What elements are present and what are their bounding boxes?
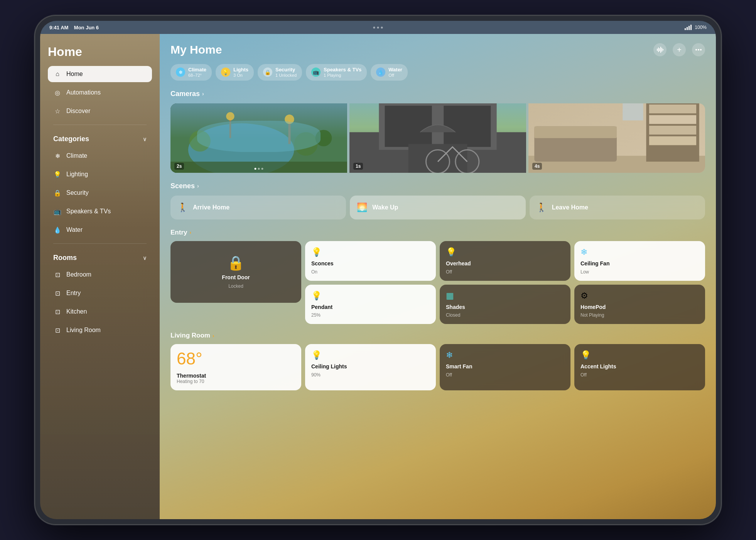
living-room-section-header[interactable]: Living Room › — [170, 332, 705, 339]
speakers-chip[interactable]: 📺 Speakers & TVs 1 Playing — [306, 64, 367, 81]
svg-rect-1 — [658, 47, 659, 52]
ceiling-fan-icon: ❄ — [580, 247, 699, 257]
camera-grid: 2s — [170, 103, 705, 173]
sidebar-item-bedroom[interactable]: ⊡ Bedroom — [48, 267, 152, 283]
scene-leave-home[interactable]: 🚶 Leave Home — [530, 196, 705, 219]
waveform-button[interactable] — [653, 43, 667, 56]
camera2-visual — [349, 103, 526, 173]
sidebar-item-living-room-label: Living Room — [66, 327, 101, 334]
sidebar-item-discover[interactable]: ☆ Discover — [48, 103, 152, 119]
status-bar-time: 9:41 AM Mon Jun 6 — [49, 25, 99, 30]
svg-point-18 — [226, 112, 234, 120]
sidebar-divider-2 — [53, 243, 147, 244]
shades-name: Shades — [446, 304, 564, 310]
svg-rect-23 — [444, 106, 491, 147]
sidebar-item-entry[interactable]: ⊡ Entry — [48, 285, 152, 301]
main-panel-title: My Home — [170, 43, 222, 56]
sconces-card[interactable]: 💡 Sconces On — [305, 241, 436, 281]
overhead-name: Overhead — [446, 260, 564, 267]
camera-cell-1[interactable]: 2s — [170, 103, 347, 173]
lights-chip-icon: 💡 — [221, 68, 230, 77]
smart-fan-card[interactable]: ❄ Smart Fan Off — [440, 344, 570, 390]
climate-chip-icon: ❄ — [176, 68, 185, 77]
water-chip[interactable]: 💧 Water Off — [371, 64, 408, 81]
svg-rect-22 — [385, 106, 432, 147]
rooms-chevron: ∨ — [143, 255, 147, 261]
categories-header[interactable]: Categories ∨ — [48, 130, 152, 145]
more-button[interactable] — [692, 43, 705, 56]
lights-chip[interactable]: 💡 Lights 3 On — [216, 64, 254, 81]
wake-up-icon: 🌅 — [356, 202, 368, 213]
add-button[interactable]: + — [673, 43, 686, 56]
svg-rect-40 — [623, 103, 643, 120]
svg-rect-3 — [660, 47, 661, 53]
sidebar-item-security-label: Security — [66, 189, 89, 196]
sconces-name: Sconces — [311, 260, 430, 267]
sidebar-item-security[interactable]: 🔒 Security — [48, 185, 152, 201]
accent-lights-status: Off — [580, 372, 699, 378]
overhead-card[interactable]: 💡 Overhead Off — [440, 241, 570, 281]
ceiling-lights-status: 90% — [311, 372, 430, 378]
main-panel: My Home — [160, 34, 716, 519]
svg-rect-11 — [170, 162, 347, 173]
camera2-timestamp: 1s — [353, 163, 363, 170]
security-icon: 🔒 — [53, 189, 62, 197]
sidebar-item-water[interactable]: 💧 Water — [48, 222, 152, 238]
sidebar-item-speakers-label: Speakers & TVs — [66, 208, 111, 215]
main-content: Home ⌂ Home ◎ Automations ☆ Discover — [40, 34, 716, 519]
ceiling-fan-card[interactable]: ❄ Ceiling Fan Low — [574, 241, 705, 281]
ceiling-fan-status: Low — [580, 269, 699, 275]
sconces-icon: 💡 — [311, 247, 430, 257]
accent-lights-card[interactable]: 💡 Accent Lights Off — [574, 344, 705, 390]
scenes-section-header[interactable]: Scenes › — [170, 182, 705, 190]
living-room-ceiling-lights-card[interactable]: 💡 Ceiling Lights 90% — [305, 344, 436, 390]
cameras-section-header[interactable]: Cameras › — [170, 90, 705, 98]
ipad-frame: 9:41 AM Mon Jun 6 100% — [35, 15, 721, 525]
climate-chip-sublabel: 68–72° — [188, 73, 206, 78]
sidebar-item-kitchen[interactable]: ⊡ Kitchen — [48, 304, 152, 320]
sidebar-item-home[interactable]: ⌂ Home — [48, 66, 152, 82]
add-icon: + — [677, 46, 682, 54]
svg-rect-0 — [657, 49, 658, 51]
camera3-timestamp: 4s — [532, 163, 542, 170]
home-icon: ⌂ — [53, 70, 62, 78]
camera-cell-2[interactable]: 1s — [349, 103, 526, 173]
sidebar-item-lighting[interactable]: 💡 Lighting — [48, 166, 152, 182]
header-actions: + — [653, 43, 705, 56]
discover-icon: ☆ — [53, 107, 62, 115]
shades-card[interactable]: ▦ Shades Closed — [440, 285, 570, 324]
climate-chip[interactable]: ❄ Climate 68–72° — [170, 64, 212, 81]
svg-rect-5 — [663, 49, 663, 51]
sidebar-item-living-room[interactable]: ⊡ Living Room — [48, 322, 152, 338]
security-chip-icon: 🔒 — [263, 68, 272, 77]
svg-rect-30 — [534, 126, 617, 138]
thermostat-info: Thermostat Heating to 70 — [177, 373, 295, 384]
sidebar-item-kitchen-label: Kitchen — [66, 308, 87, 315]
sidebar-item-automations[interactable]: ◎ Automations — [48, 84, 152, 101]
kitchen-icon: ⊡ — [53, 307, 62, 316]
sidebar-item-climate[interactable]: ❄ Climate — [48, 148, 152, 164]
svg-point-12 — [294, 132, 318, 156]
shades-status: Closed — [446, 312, 564, 318]
security-chip[interactable]: 🔒 Security 1 Unlocked — [258, 64, 302, 81]
homepod-card[interactable]: ⚙ HomePod Not Playing — [574, 285, 705, 324]
scene-wake-up[interactable]: 🌅 Wake Up — [350, 196, 525, 219]
sidebar-item-speakers[interactable]: 📺 Speakers & TVs — [48, 203, 152, 219]
pendant-card[interactable]: 💡 Pendant 25% — [305, 285, 436, 324]
scene-arrive-home[interactable]: 🚶 Arrive Home — [170, 196, 346, 219]
speakers-chip-sublabel: 1 Playing — [324, 73, 361, 78]
security-chip-text: Security 1 Unlocked — [275, 67, 297, 78]
smart-fan-status: Off — [446, 372, 564, 378]
front-door-card[interactable]: 🔒 Front Door Locked — [170, 241, 301, 324]
entry-section-header[interactable]: Entry › — [170, 229, 705, 236]
rooms-header[interactable]: Rooms ∨ — [48, 249, 152, 264]
thermostat-card[interactable]: 68° Thermostat Heating to 70 — [170, 344, 301, 390]
ceiling-lights-name: Ceiling Lights — [311, 363, 430, 370]
water-chip-icon: 💧 — [376, 68, 385, 77]
ceiling-lights-icon: 💡 — [311, 350, 430, 360]
scenes-grid: 🚶 Arrive Home 🌅 Wake Up 🚶 Leave Home — [170, 196, 705, 219]
smart-fan-icon: ❄ — [446, 350, 564, 360]
sidebar-item-entry-label: Entry — [66, 290, 81, 297]
ceiling-fan-name: Ceiling Fan — [580, 260, 699, 267]
camera-cell-3[interactable]: 4s — [528, 103, 705, 173]
